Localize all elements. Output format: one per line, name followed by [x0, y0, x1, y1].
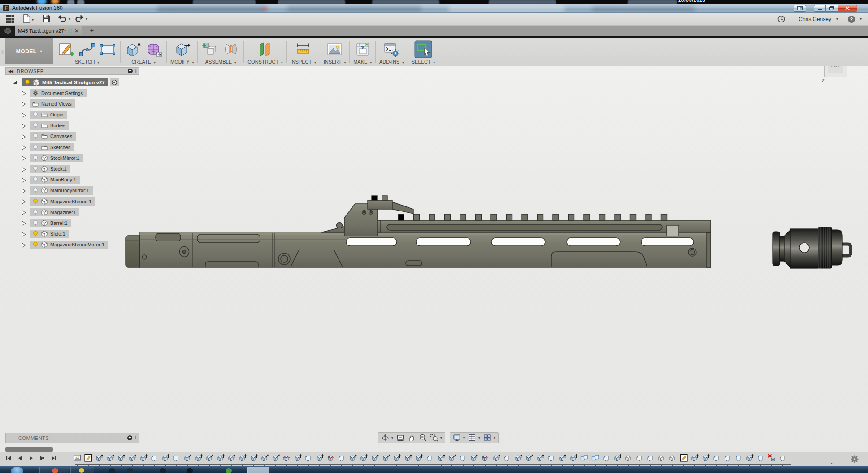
browser-header[interactable]: ◀◀ BROWSER – ‖: [5, 67, 139, 75]
insert-image-icon[interactable]: [326, 40, 343, 58]
orbit-dropdown-caret[interactable]: ▾: [391, 436, 393, 440]
tree-item-origin[interactable]: Origin: [5, 111, 139, 119]
tree-collapse-icon[interactable]: [21, 231, 26, 237]
zoom-window-dropdown-caret[interactable]: ▾: [440, 436, 442, 440]
pan-icon[interactable]: [408, 434, 416, 442]
start-orb[interactable]: [11, 467, 23, 473]
spline-icon[interactable]: [78, 40, 96, 58]
tree-collapse-icon[interactable]: [21, 112, 26, 118]
model-picatinny-rail[interactable]: [398, 214, 667, 220]
tree-item-mainbody-1[interactable]: MainBody:1: [5, 176, 139, 184]
display-settings-dropdown-caret[interactable]: ▾: [463, 436, 465, 440]
rectangle-icon[interactable]: [99, 40, 117, 58]
tree-item-chip[interactable]: Barrel:1: [30, 219, 71, 227]
tree-collapse-icon[interactable]: [21, 101, 26, 107]
visibility-bulb-icon[interactable]: [32, 198, 39, 205]
tree-item-magazineshroud-1[interactable]: MagazineShroud:1: [5, 197, 139, 206]
new-tab-button[interactable]: +: [86, 26, 98, 36]
ribbon-group-label[interactable]: ASSEMBLE ▾: [205, 59, 236, 64]
panel-grip[interactable]: ‖: [135, 69, 136, 73]
timeline-go-to-start-icon[interactable]: [5, 455, 12, 461]
tree-item-slide-1[interactable]: Slide:1: [5, 230, 139, 238]
press-pull-icon[interactable]: [173, 40, 191, 58]
tree-item-barrel-1[interactable]: Barrel:1: [5, 219, 139, 227]
windows-taskbar[interactable]: ...: [0, 466, 868, 473]
minimize-button[interactable]: [814, 5, 826, 12]
add-comment-icon[interactable]: +: [127, 435, 132, 440]
tree-item-chip[interactable]: MagazineShroud:1: [30, 197, 95, 206]
close-button[interactable]: [838, 5, 857, 12]
taskbar-app-icon[interactable]: [187, 468, 193, 473]
save-icon[interactable]: [42, 14, 51, 23]
visibility-bulb-icon[interactable]: [32, 241, 39, 248]
tree-item-chip[interactable]: Origin: [30, 111, 67, 119]
tree-collapse-icon[interactable]: [21, 166, 26, 172]
orbit-icon[interactable]: ▾: [381, 434, 393, 442]
tree-item-chip[interactable]: MagazineShroudMirror:1: [30, 241, 108, 249]
new-component-icon[interactable]: [201, 40, 219, 58]
viewports-icon[interactable]: ▾: [483, 434, 495, 442]
tree-item-chip[interactable]: MainBodyMirror:1: [30, 186, 93, 195]
timeline-step-forward-icon[interactable]: [39, 455, 45, 461]
data-panel-cube-icon[interactable]: [0, 26, 15, 36]
user-menu-caret[interactable]: ▾: [836, 17, 838, 21]
grid-settings-icon[interactable]: ▾: [468, 434, 480, 442]
tree-collapse-icon[interactable]: [21, 133, 26, 139]
panel-grip[interactable]: ‖: [135, 435, 136, 440]
tree-item-chip[interactable]: Sketches: [30, 143, 74, 151]
ribbon-group-label[interactable]: SELECT ▾: [412, 59, 435, 64]
undo-icon[interactable]: ▾: [57, 14, 70, 23]
tree-collapse-icon[interactable]: [21, 242, 26, 248]
window-titlebar[interactable]: F Autodesk Fusion 360: [0, 4, 868, 13]
taskbar-active-app[interactable]: [247, 467, 269, 473]
tree-expanded-icon[interactable]: [12, 79, 18, 86]
visibility-bulb-icon[interactable]: [24, 79, 30, 86]
taskbar-app-icon[interactable]: [127, 468, 133, 473]
tree-item-chip[interactable]: Slide:1: [30, 230, 69, 238]
visibility-bulb-icon[interactable]: [32, 209, 39, 215]
ribbon-group-label[interactable]: ADD-INS ▾: [379, 59, 404, 64]
notifications-clock-icon[interactable]: [777, 15, 785, 23]
redo-icon[interactable]: ▾: [74, 14, 87, 23]
collapse-circle-icon[interactable]: –: [128, 69, 133, 73]
taskbar-app-icon[interactable]: [226, 468, 232, 473]
tree-collapse-icon[interactable]: [21, 155, 26, 161]
timeline-ruler[interactable]: [75, 464, 791, 465]
tree-collapse-icon[interactable]: [21, 220, 26, 226]
print-icon[interactable]: [354, 40, 372, 58]
ribbon-group-label[interactable]: INSERT ▾: [324, 59, 346, 64]
scripts-icon[interactable]: [382, 40, 400, 58]
plane-icon[interactable]: [256, 40, 274, 58]
grid-settings-dropdown-caret[interactable]: ▾: [478, 436, 480, 440]
app-grid-icon[interactable]: [6, 14, 15, 23]
taskbar-app-icon[interactable]: [79, 468, 84, 473]
tree-item-named-views[interactable]: Named Views: [5, 99, 139, 108]
show-panel-button[interactable]: [794, 5, 806, 12]
user-menu[interactable]: Chris Gensey: [799, 16, 831, 22]
activate-component-radio[interactable]: [110, 78, 119, 86]
collapsed-panel-bar[interactable]: [5, 447, 53, 452]
taskbar-app-icon[interactable]: [109, 468, 115, 473]
tree-collapse-icon[interactable]: [21, 198, 26, 204]
visibility-bulb-icon[interactable]: [32, 144, 39, 150]
document-tab-active[interactable]: M45 Tacti...tgun v27* ✕: [15, 26, 82, 36]
create-sketch-icon[interactable]: [57, 40, 75, 58]
visibility-bulb-icon[interactable]: [32, 155, 39, 161]
tree-collapse-icon[interactable]: [21, 209, 26, 215]
look-at-icon[interactable]: [396, 434, 404, 442]
display-settings-icon[interactable]: ▾: [453, 434, 465, 442]
timeline-step-back-icon[interactable]: [17, 455, 23, 461]
timeline-settings-gear-icon[interactable]: [850, 455, 859, 465]
joint-icon[interactable]: [222, 40, 240, 58]
help-caret[interactable]: ▾: [860, 17, 862, 21]
collapse-panel-icon[interactable]: ◀◀: [8, 69, 13, 73]
visibility-bulb-icon[interactable]: [32, 112, 39, 118]
zoom-icon[interactable]: [419, 434, 427, 442]
select-icon[interactable]: [414, 40, 432, 58]
comments-panel[interactable]: COMMENTS + ‖: [5, 433, 139, 443]
tree-item-stock-1[interactable]: Stock:1: [5, 165, 139, 173]
visibility-bulb-icon[interactable]: [32, 220, 39, 226]
model-main-body[interactable]: [126, 196, 711, 267]
tab-close-icon[interactable]: ✕: [74, 29, 79, 33]
tree-item-chip[interactable]: StockMirror:1: [30, 154, 83, 162]
